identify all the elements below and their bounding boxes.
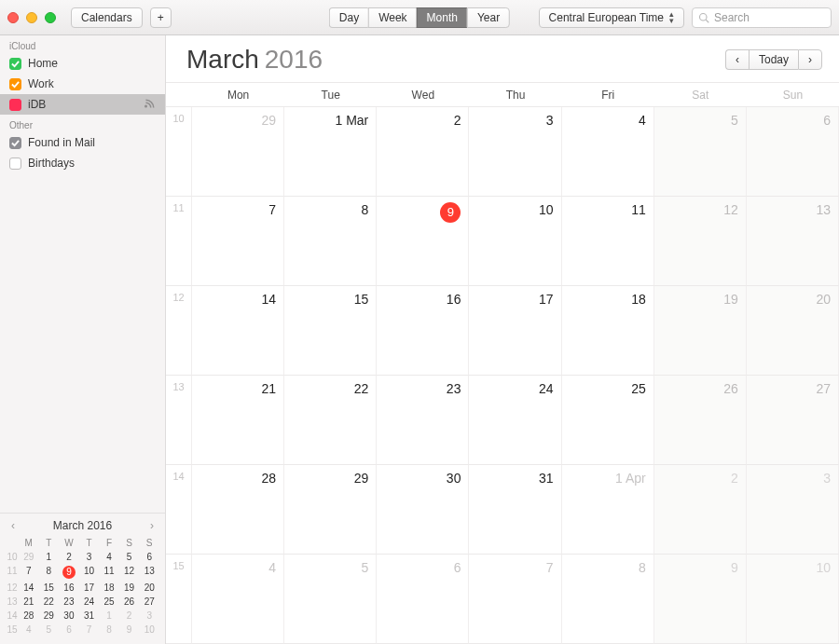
day-cell[interactable]: 3 xyxy=(469,107,561,197)
add-button[interactable]: + xyxy=(150,7,172,28)
mini-day[interactable]: 7 xyxy=(79,623,100,637)
day-cell[interactable]: 29 xyxy=(284,465,377,555)
mini-day[interactable]: 25 xyxy=(99,595,119,609)
mini-day[interactable]: 31 xyxy=(79,609,100,623)
mini-day[interactable]: 2 xyxy=(59,550,79,564)
mini-day[interactable]: 8 xyxy=(39,564,60,581)
mini-day[interactable]: 30 xyxy=(59,609,79,623)
mini-day[interactable]: 6 xyxy=(59,623,79,637)
day-cell[interactable]: 2 xyxy=(377,107,469,197)
day-cell[interactable]: 4 xyxy=(562,107,654,197)
view-year-button[interactable]: Year xyxy=(467,7,510,28)
mini-day[interactable]: 17 xyxy=(79,581,100,595)
mini-day[interactable]: 4 xyxy=(99,550,119,564)
today-button[interactable]: Today xyxy=(749,49,798,70)
mini-day[interactable]: 9 xyxy=(119,623,140,637)
search-field[interactable]: Search xyxy=(692,7,832,28)
day-cell[interactable]: 1 Mar xyxy=(284,107,377,197)
mini-day[interactable]: 10 xyxy=(139,623,159,637)
calendar-checkbox[interactable] xyxy=(9,99,21,111)
zoom-window-button[interactable] xyxy=(45,12,56,23)
mini-day[interactable]: 10 xyxy=(79,564,100,581)
mini-day[interactable]: 27 xyxy=(139,595,159,609)
day-cell[interactable]: 26 xyxy=(654,376,747,465)
day-cell[interactable]: 1 Apr xyxy=(562,465,654,555)
mini-day[interactable]: 5 xyxy=(39,623,60,637)
day-cell[interactable]: 25 xyxy=(562,376,654,465)
day-cell[interactable]: 5 xyxy=(284,555,377,644)
day-cell[interactable]: 19 xyxy=(654,286,747,376)
mini-day[interactable]: 2 xyxy=(119,609,140,623)
mini-day[interactable]: 6 xyxy=(139,550,159,564)
day-cell[interactable]: 11 xyxy=(562,197,654,286)
day-cell[interactable]: 16 xyxy=(377,286,469,376)
next-button[interactable]: › xyxy=(798,49,822,70)
day-cell[interactable]: 10 xyxy=(469,197,561,286)
mini-prev-button[interactable]: ‹ xyxy=(7,519,19,532)
calendar-checkbox[interactable] xyxy=(9,137,21,149)
mini-day[interactable]: 8 xyxy=(99,623,119,637)
mini-day[interactable]: 20 xyxy=(139,581,159,595)
close-window-button[interactable] xyxy=(7,12,19,23)
calendar-checkbox[interactable] xyxy=(9,158,21,170)
day-cell[interactable]: 21 xyxy=(192,376,284,465)
day-cell[interactable]: 23 xyxy=(377,376,469,465)
calendar-item-birthdays[interactable]: Birthdays xyxy=(0,153,165,173)
calendar-checkbox[interactable] xyxy=(9,78,21,90)
mini-day[interactable]: 11 xyxy=(99,564,119,581)
day-cell[interactable]: 9 xyxy=(377,197,469,286)
calendar-item-work[interactable]: Work xyxy=(0,74,165,94)
day-cell[interactable]: 7 xyxy=(192,197,284,286)
day-cell[interactable]: 14 xyxy=(192,286,284,376)
day-cell[interactable]: 24 xyxy=(469,376,561,465)
day-cell[interactable]: 4 xyxy=(192,555,284,644)
day-cell[interactable]: 22 xyxy=(284,376,377,465)
day-cell[interactable]: 20 xyxy=(747,286,839,376)
calendar-item-home[interactable]: Home xyxy=(0,53,165,74)
mini-day[interactable]: 14 xyxy=(19,581,39,595)
mini-day[interactable]: 24 xyxy=(79,595,100,609)
prev-button[interactable]: ‹ xyxy=(725,49,749,70)
mini-day[interactable]: 3 xyxy=(79,550,100,564)
mini-day[interactable]: 19 xyxy=(119,581,140,595)
mini-day[interactable]: 1 xyxy=(39,550,60,564)
day-cell[interactable]: 8 xyxy=(284,197,377,286)
mini-day[interactable]: 26 xyxy=(119,595,140,609)
mini-day[interactable]: 7 xyxy=(19,564,39,581)
mini-day[interactable]: 4 xyxy=(19,623,39,637)
calendars-button[interactable]: Calendars xyxy=(71,7,143,28)
day-cell[interactable]: 13 xyxy=(747,197,839,286)
minimize-window-button[interactable] xyxy=(26,12,37,23)
day-cell[interactable]: 17 xyxy=(469,286,561,376)
day-cell[interactable]: 12 xyxy=(654,197,747,286)
mini-day[interactable]: 18 xyxy=(99,581,119,595)
mini-day[interactable]: 16 xyxy=(59,581,79,595)
calendar-item-idb[interactable]: iDB xyxy=(0,94,165,115)
day-cell[interactable]: 10 xyxy=(747,555,839,644)
day-cell[interactable]: 28 xyxy=(192,465,284,555)
mini-day[interactable]: 15 xyxy=(39,581,60,595)
day-cell[interactable]: 30 xyxy=(377,465,469,555)
calendar-item-found-in-mail[interactable]: Found in Mail xyxy=(0,132,165,153)
view-day-button[interactable]: Day xyxy=(329,7,368,28)
mini-day[interactable]: 22 xyxy=(39,595,60,609)
day-cell[interactable]: 29 xyxy=(192,107,284,197)
mini-day[interactable]: 9 xyxy=(59,564,79,581)
mini-day[interactable]: 29 xyxy=(19,550,39,564)
day-cell[interactable]: 27 xyxy=(747,376,839,465)
day-cell[interactable]: 18 xyxy=(562,286,654,376)
view-week-button[interactable]: Week xyxy=(368,7,416,28)
day-cell[interactable]: 7 xyxy=(469,555,561,644)
timezone-dropdown[interactable]: Central European Time ▴▾ xyxy=(539,7,684,28)
mini-next-button[interactable]: › xyxy=(146,519,158,532)
day-cell[interactable]: 6 xyxy=(747,107,839,197)
mini-day[interactable]: 1 xyxy=(99,609,119,623)
day-cell[interactable]: 2 xyxy=(654,465,747,555)
mini-day[interactable]: 3 xyxy=(139,609,159,623)
day-cell[interactable]: 5 xyxy=(654,107,747,197)
view-month-button[interactable]: Month xyxy=(417,7,467,28)
day-cell[interactable]: 31 xyxy=(469,465,561,555)
mini-day[interactable]: 23 xyxy=(59,595,79,609)
mini-day[interactable]: 29 xyxy=(39,609,60,623)
calendar-checkbox[interactable] xyxy=(9,58,21,70)
